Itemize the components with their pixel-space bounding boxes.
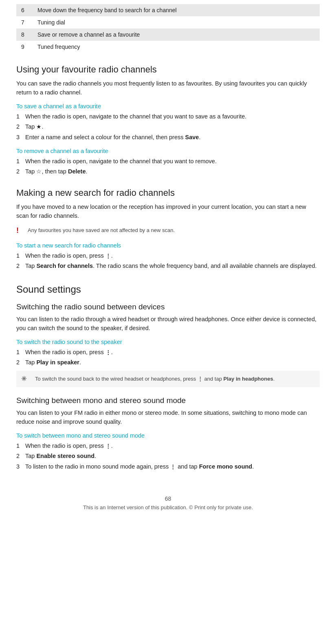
footer: 68 This is an Internet version of this p… — [16, 495, 320, 510]
sound-settings-heading: Sound settings — [16, 284, 320, 295]
exclamation-icon: ! — [16, 226, 28, 235]
menu-icon-4: ⋮ — [170, 464, 176, 470]
table-cell-num: 9 — [16, 41, 33, 53]
new-search-step-1: 1 When the radio is open, press ⋮. — [16, 251, 320, 260]
stereo-step-3: 3 To listen to the radio in mono sound m… — [16, 462, 320, 471]
save-step-3: 3 Enter a name and select a colour for t… — [16, 133, 320, 142]
table-row: 9Tuned frequency — [16, 41, 320, 53]
switch-speaker-step-2: 2 Tap Play in speaker. — [16, 358, 320, 367]
remove-heading: To remove a channel as a favourite — [16, 148, 320, 154]
stereo-sub-heading: To switch between mono and stereo sound … — [16, 432, 320, 439]
table-row: 6Move down the frequency band to search … — [16, 4, 320, 16]
page-wrapper: 6Move down the frequency band to search … — [0, 0, 336, 644]
table-cell-text: Move down the frequency band to search f… — [33, 4, 320, 16]
table-cell-text: Save or remove a channel as a favourite — [33, 28, 320, 41]
reference-table: 6Move down the frequency band to search … — [16, 4, 320, 53]
favourites-intro: You can save the radio channels you most… — [16, 79, 320, 97]
copyright-text: This is an Internet version of this publ… — [83, 504, 253, 510]
table-cell-num: 7 — [16, 16, 33, 28]
stereo-step-2: 2 Tap Enable stereo sound. — [16, 451, 320, 460]
table-cell-num: 8 — [16, 28, 33, 41]
table-cell-text: Tuned frequency — [33, 41, 320, 53]
menu-icon-1: ⋮ — [105, 253, 111, 259]
star-icon: ★ — [36, 123, 42, 130]
star-outline-icon: ☆ — [36, 168, 42, 175]
new-search-intro: If you have moved to a new location or t… — [16, 202, 320, 221]
switch-speaker-note-text: To switch the sound back to the wired he… — [35, 375, 275, 383]
stereo-heading: Switching between mono and stereo sound … — [16, 396, 320, 405]
new-search-heading: Making a new search for radio channels — [16, 188, 320, 198]
save-step-1: 1 When the radio is open, navigate to th… — [16, 112, 320, 121]
remove-step-1: 1 When the radio is open, navigate to th… — [16, 157, 320, 166]
table-row: 8Save or remove a channel as a favourite — [16, 28, 320, 41]
table-cell-num: 6 — [16, 4, 33, 16]
menu-icon-3: ⋮ — [105, 443, 111, 449]
table-cell-text: Tuning dial — [33, 16, 320, 28]
stereo-step-1: 1 When the radio is open, press ⋮. — [16, 441, 320, 450]
bulb-icon: ✳ — [21, 375, 33, 383]
new-search-sub-heading: To start a new search for radio channels — [16, 242, 320, 249]
switch-speaker-step-1: 1 When the radio is open, press ⋮. — [16, 348, 320, 357]
switch-devices-heading: Switching the radio sound between device… — [16, 302, 320, 311]
switch-speaker-heading: To switch the radio sound to the speaker — [16, 339, 320, 345]
stereo-intro: You can listen to your FM radio in eithe… — [16, 408, 320, 427]
menu-icon-2: ⋮ — [105, 349, 111, 355]
page-number: 68 — [16, 495, 320, 502]
save-steps-list: 1 When the radio is open, navigate to th… — [16, 112, 320, 142]
new-search-steps-list: 1 When the radio is open, press ⋮. 2 Tap… — [16, 251, 320, 271]
remove-step-2: 2 Tap ☆, then tap Delete. — [16, 167, 320, 176]
remove-steps-list: 1 When the radio is open, navigate to th… — [16, 157, 320, 176]
switch-speaker-steps-list: 1 When the radio is open, press ⋮. 2 Tap… — [16, 348, 320, 367]
new-search-step-2: 2 Tap Search for channels. The radio sca… — [16, 261, 320, 270]
save-step-2: 2 Tap ★. — [16, 122, 320, 131]
table-row: 7Tuning dial — [16, 16, 320, 28]
stereo-steps-list: 1 When the radio is open, press ⋮. 2 Tap… — [16, 441, 320, 471]
switch-speaker-note-box: ✳ To switch the sound back to the wired … — [16, 371, 320, 387]
save-heading: To save a channel as a favourite — [16, 103, 320, 110]
new-search-note-box: ! Any favourites you have saved are not … — [16, 225, 320, 237]
new-search-note-text: Any favourites you have saved are not af… — [28, 226, 175, 234]
switch-devices-intro: You can listen to the radio through a wi… — [16, 315, 320, 333]
favourites-heading: Using your favourite radio channels — [16, 64, 320, 75]
